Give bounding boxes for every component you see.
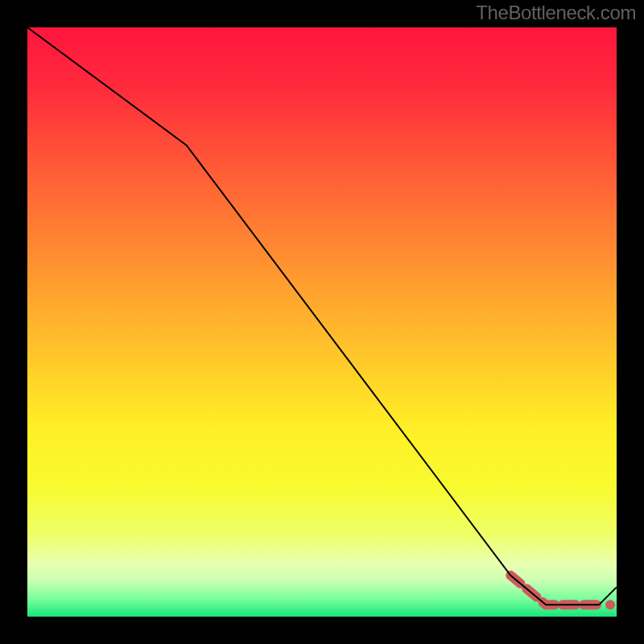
- highlight-end-dot: [605, 600, 615, 609]
- chart-container: TheBottleneck.com: [0, 0, 644, 644]
- attribution-label: TheBottleneck.com: [476, 2, 636, 24]
- chart-background: [27, 27, 617, 617]
- gradient-chart: [27, 27, 617, 617]
